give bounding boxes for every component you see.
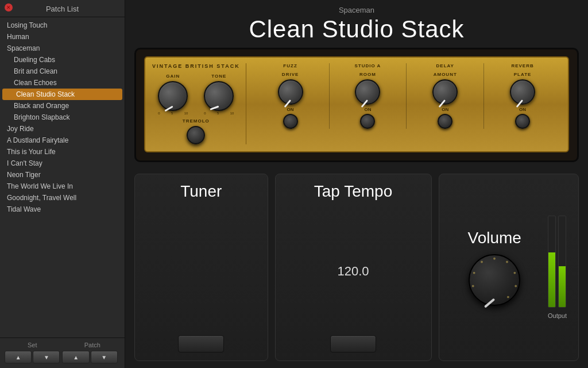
patch-name: Clean Studio Stack [137, 16, 577, 43]
effect-knob-3[interactable] [510, 79, 535, 105]
sidebar-footer: Set Patch ▲ ▼ ▲ ▼ [0, 338, 125, 368]
svg-point-3 [515, 285, 517, 288]
set-nav-group: ▲ ▼ [5, 351, 60, 363]
set-prev-button[interactable]: ▲ [5, 351, 32, 363]
effect-on-label-0: ON [287, 107, 294, 112]
tuner-button[interactable] [178, 335, 224, 352]
sidebar-item-clean-echoes[interactable]: Clean Echoes [0, 77, 125, 89]
tap-tempo-title: Tap Tempo [314, 182, 392, 201]
tremolo-label: TREMOLO [183, 118, 210, 124]
gain-scale: 0510 [158, 112, 188, 115]
effect-toggle-2[interactable] [438, 114, 452, 129]
effect-title-3: REVERB [511, 63, 533, 68]
effect-toggle-3[interactable] [515, 114, 530, 129]
effects-area: FUZZDRIVEONSTUDIO AROOMONDELAYAMOUNTONRE… [252, 63, 561, 129]
effect-unit-reverb: REVERBPLATEON [484, 63, 561, 129]
vu-bar-right [558, 216, 566, 308]
main-section-title: VINTAGE BRITISH STACK [152, 63, 240, 69]
set-next-button[interactable]: ▼ [33, 351, 60, 363]
tone-label: TONE [211, 74, 226, 79]
volume-content: Volume [451, 229, 539, 306]
effect-title-0: FUZZ [283, 63, 297, 68]
main-header: Spaceman Clean Studio Stack [125, 0, 588, 48]
patch-prev-button[interactable]: ▲ [62, 351, 89, 363]
sidebar-item-black-and-orange[interactable]: Black and Orange [0, 100, 125, 112]
svg-point-7 [481, 261, 483, 263]
tuner-title: Tuner [180, 182, 222, 201]
effect-knob-1[interactable] [355, 79, 380, 105]
vu-meters [548, 216, 566, 308]
vu-fill-left [548, 252, 555, 307]
tone-knob[interactable] [204, 81, 234, 111]
sidebar-item-the-world-we-live-in[interactable]: The World We Live In [0, 181, 125, 192]
effect-unit-studio-a: STUDIO AROOMON [330, 63, 407, 129]
sidebar-item-clean-studio-stack[interactable]: Clean Studio Stack [2, 89, 122, 100]
sidebar-title: Patch List [0, 0, 125, 17]
effect-title-1: STUDIO A [354, 63, 381, 68]
close-button[interactable]: ✕ [5, 3, 13, 12]
effect-knob-0[interactable] [278, 79, 303, 105]
bottom-section: Tuner Tap Tempo 120.0 Volume [125, 167, 588, 368]
amp-divider [246, 63, 246, 144]
sidebar-item-human[interactable]: Human [0, 31, 125, 43]
main-content: Spaceman Clean Studio Stack VINTAGE BRIT… [125, 0, 588, 368]
vu-bar-left [548, 216, 556, 308]
svg-point-4 [507, 296, 509, 298]
sidebar-item-brighton-slapback[interactable]: Brighton Slapback [0, 112, 125, 123]
volume-title: Volume [468, 229, 521, 247]
effect-knob-label-1: ROOM [359, 72, 376, 77]
sidebar-item-dueling-cabs[interactable]: Dueling Cabs [0, 54, 125, 66]
output-label: Output [548, 312, 567, 319]
volume-knob[interactable] [469, 254, 520, 306]
gain-knob-group: GAIN 0510 [152, 74, 194, 115]
effect-unit-fuzz: FUZZDRIVEON [252, 63, 330, 129]
sidebar-item-a-dustland-fairytale[interactable]: A Dustland Fairytale [0, 135, 125, 146]
sidebar-item-joy-ride[interactable]: Joy Ride [0, 123, 125, 135]
effect-on-label-2: ON [442, 107, 448, 112]
tone-knob-group: TONE 0510 [198, 74, 239, 115]
svg-point-2 [514, 272, 516, 274]
patch-next-button[interactable]: ▼ [91, 351, 118, 363]
tone-scale: 0510 [204, 112, 234, 115]
tap-tempo-panel: Tap Tempo 120.0 [275, 174, 432, 361]
svg-point-6 [473, 272, 475, 274]
sidebar-item-losing-touch[interactable]: Losing Touch [0, 20, 125, 31]
gain-label: GAIN [166, 74, 180, 79]
svg-point-5 [472, 285, 474, 288]
effect-knob-label-3: PLATE [514, 72, 532, 77]
effect-knob-2[interactable] [432, 79, 458, 105]
svg-point-0 [493, 258, 496, 260]
volume-dots [470, 255, 519, 305]
patch-category: Spaceman [137, 6, 577, 14]
sidebar-item-tidal-wave[interactable]: Tidal Wave [0, 204, 125, 215]
effect-on-label-1: ON [364, 107, 371, 112]
effect-toggle-1[interactable] [360, 114, 375, 129]
effect-unit-delay: DELAYAMOUNTON [407, 63, 484, 129]
tap-tempo-button[interactable] [330, 335, 376, 352]
sidebar-item-spaceman[interactable]: Spaceman [0, 43, 125, 54]
vu-meter-container: Output [548, 216, 567, 319]
tremolo-toggle[interactable] [187, 126, 205, 144]
sidebar-item-i-cant-stay[interactable]: I Can't Stay [0, 158, 125, 169]
vu-fill-right [559, 266, 566, 307]
effect-knob-label-0: DRIVE [282, 72, 299, 77]
gain-knob[interactable] [158, 81, 188, 111]
patch-nav-group: ▲ ▼ [62, 351, 117, 363]
tap-tempo-value: 120.0 [337, 264, 369, 279]
tremolo-area: TREMOLO [175, 118, 218, 144]
sidebar-item-neon-tiger[interactable]: Neon Tiger [0, 169, 125, 181]
amp-panel: VINTAGE BRITISH STACK GAIN 0510 [134, 48, 579, 162]
patch-label: Patch [65, 342, 120, 348]
sidebar-item-goodnight-travel-well[interactable]: Goodnight, Travel Well [0, 192, 125, 204]
sidebar-item-brit-and-clean[interactable]: Brit and Clean [0, 66, 125, 77]
effect-on-label-3: ON [519, 107, 526, 112]
effect-toggle-0[interactable] [283, 114, 298, 129]
svg-point-1 [506, 261, 508, 263]
volume-panel: Volume [439, 174, 579, 361]
patch-list: Losing TouchHumanSpacemanDueling CabsBri… [0, 17, 125, 338]
main-knobs: GAIN 0510 TONE [152, 74, 239, 115]
amp-inner-gold: VINTAGE BRITISH STACK GAIN 0510 [144, 56, 569, 152]
sidebar-item-this-is-your-life[interactable]: This is Your Life [0, 146, 125, 158]
sidebar: Patch List Losing TouchHumanSpacemanDuel… [0, 0, 125, 368]
set-label: Set [5, 342, 60, 348]
